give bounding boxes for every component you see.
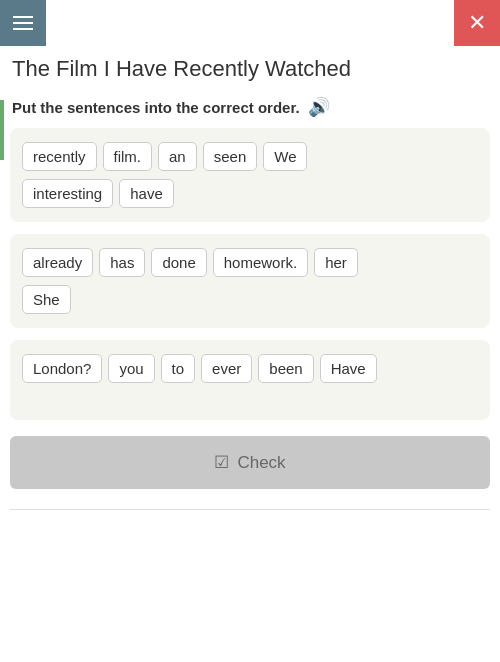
- words-row-1-1: recently film. an seen We: [22, 142, 478, 171]
- words-row-3-1: London? you to ever been Have: [22, 354, 478, 383]
- check-label: Check: [237, 453, 285, 473]
- word-chip[interactable]: have: [119, 179, 174, 208]
- word-chip[interactable]: homework.: [213, 248, 308, 277]
- sentence-box-2: already has done homework. her She: [10, 234, 490, 328]
- word-chip[interactable]: has: [99, 248, 145, 277]
- word-chip[interactable]: We: [263, 142, 307, 171]
- accent-bar: [0, 100, 4, 160]
- page-title: The Film I Have Recently Watched: [0, 46, 500, 88]
- word-chip[interactable]: been: [258, 354, 313, 383]
- word-chip[interactable]: done: [151, 248, 206, 277]
- word-chip[interactable]: you: [108, 354, 154, 383]
- menu-button[interactable]: [0, 0, 46, 46]
- word-chip[interactable]: an: [158, 142, 197, 171]
- close-button[interactable]: ✕: [454, 0, 500, 46]
- instruction-text: Put the sentences into the correct order…: [12, 99, 300, 116]
- words-row-2-1: already has done homework. her: [22, 248, 478, 277]
- check-button[interactable]: ☑ Check: [10, 436, 490, 489]
- word-chip[interactable]: London?: [22, 354, 102, 383]
- words-row-2-2: She: [22, 285, 478, 314]
- audio-icon[interactable]: 🔊: [308, 96, 330, 118]
- instruction-row: Put the sentences into the correct order…: [0, 88, 500, 128]
- word-chip[interactable]: her: [314, 248, 358, 277]
- check-icon: ☑: [214, 452, 229, 473]
- word-chip[interactable]: Have: [320, 354, 377, 383]
- word-chip[interactable]: to: [161, 354, 196, 383]
- sentence-box-1: recently film. an seen We interesting ha…: [10, 128, 490, 222]
- words-row-1-2: interesting have: [22, 179, 478, 208]
- header-bar: ✕: [0, 0, 500, 46]
- word-chip[interactable]: She: [22, 285, 71, 314]
- word-chip[interactable]: seen: [203, 142, 258, 171]
- word-chip[interactable]: ever: [201, 354, 252, 383]
- bottom-divider: [10, 509, 490, 510]
- word-chip[interactable]: recently: [22, 142, 97, 171]
- word-chip[interactable]: interesting: [22, 179, 113, 208]
- sentence-box-3: London? you to ever been Have: [10, 340, 490, 420]
- word-chip[interactable]: film.: [103, 142, 153, 171]
- word-chip[interactable]: already: [22, 248, 93, 277]
